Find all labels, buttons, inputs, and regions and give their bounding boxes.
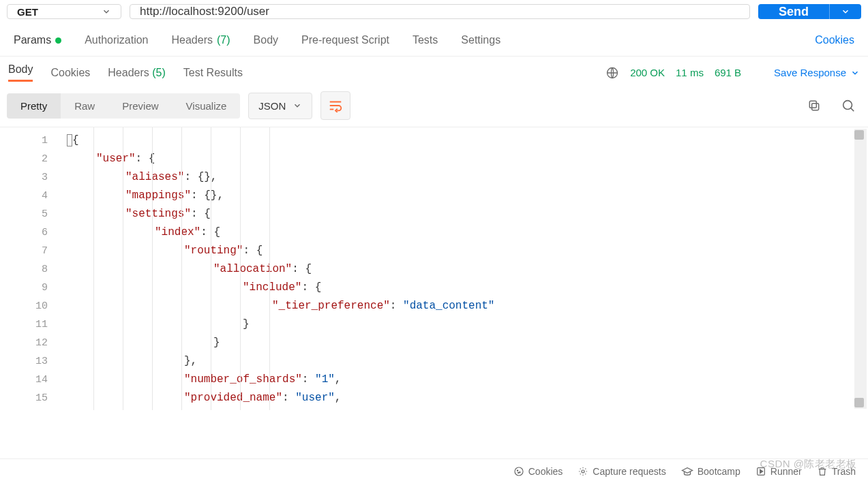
view-visualize[interactable]: Visualize — [173, 93, 241, 119]
save-response-label: Save Response — [774, 67, 846, 78]
http-method-select[interactable]: GET — [7, 4, 121, 19]
code-line: "provided_name": "user", — [63, 389, 868, 407]
resp-tab-headers[interactable]: Headers (5) — [108, 67, 166, 79]
response-time: 11 ms — [676, 67, 704, 78]
wrap-lines-button[interactable] — [320, 91, 350, 120]
view-pretty[interactable]: Pretty — [7, 93, 61, 119]
code-line: { — [63, 131, 868, 150]
code-line: "user": { — [63, 150, 868, 168]
tab-headers[interactable]: Headers (7) — [172, 34, 230, 46]
resp-headers-count: (5) — [152, 67, 166, 78]
params-active-dot-icon — [55, 37, 61, 44]
tab-tests[interactable]: Tests — [413, 34, 438, 46]
scrollbar-thumb-top[interactable] — [854, 130, 864, 140]
chevron-down-icon — [850, 68, 860, 78]
view-preview[interactable]: Preview — [108, 93, 172, 119]
code-line: } — [63, 315, 868, 334]
response-size: 691 B — [715, 67, 741, 78]
language-select[interactable]: JSON — [248, 93, 312, 119]
tab-pre-request[interactable]: Pre-request Script — [301, 34, 389, 46]
code-line: "_tier_preference": "data_content" — [63, 297, 868, 315]
resp-tab-body[interactable]: Body — [8, 63, 33, 82]
chevron-down-icon — [841, 7, 850, 16]
copy-icon[interactable] — [801, 93, 827, 119]
tab-settings[interactable]: Settings — [461, 34, 500, 46]
svg-rect-2 — [809, 101, 816, 108]
status-code: 200 OK — [630, 67, 665, 78]
tab-authorization[interactable]: Authorization — [85, 34, 148, 46]
chevron-down-icon — [293, 101, 302, 110]
code-line: "allocation": { — [63, 260, 868, 279]
tab-label: Headers — [172, 34, 213, 46]
save-response-button[interactable]: Save Response — [774, 67, 860, 78]
code-line: "index": { — [63, 223, 868, 242]
code-line: "aliases": {}, — [63, 168, 868, 187]
scrollbar-thumb-bottom[interactable] — [854, 398, 864, 407]
scrollbar-track[interactable] — [854, 129, 867, 409]
code-line: "include": { — [63, 279, 868, 297]
chevron-down-icon — [102, 7, 111, 16]
response-body-viewer[interactable]: 123456789101112131415 {"user": {"aliases… — [0, 127, 868, 410]
code-line: }, — [63, 352, 868, 371]
code-line: } — [63, 334, 868, 352]
code-line: "mappings": {}, — [63, 187, 868, 205]
send-button[interactable]: Send — [758, 4, 829, 19]
tab-label: Headers — [108, 67, 149, 78]
globe-icon[interactable] — [605, 66, 619, 80]
tab-label: Params — [14, 34, 51, 46]
svg-rect-1 — [812, 104, 819, 110]
cookies-link[interactable]: Cookies — [815, 34, 854, 46]
http-method-value: GET — [17, 6, 38, 18]
url-field-wrap[interactable] — [130, 4, 750, 19]
language-value: JSON — [258, 100, 286, 112]
tab-params[interactable]: Params — [14, 34, 61, 46]
view-mode-segment: Pretty Raw Preview Visualize — [7, 93, 240, 119]
resp-tab-cookies[interactable]: Cookies — [50, 67, 90, 79]
headers-count: (7) — [217, 34, 230, 46]
resp-tab-test-results[interactable]: Test Results — [183, 67, 243, 79]
svg-line-4 — [851, 108, 854, 112]
svg-point-3 — [843, 101, 852, 110]
send-dropdown-button[interactable] — [829, 4, 861, 19]
view-raw[interactable]: Raw — [61, 93, 108, 119]
url-input[interactable] — [140, 5, 740, 18]
tab-body[interactable]: Body — [254, 34, 278, 46]
search-icon[interactable] — [835, 93, 861, 119]
code-line: "routing": { — [63, 242, 868, 260]
code-line: "number_of_shards": "1", — [63, 371, 868, 389]
code-line: "settings": { — [63, 205, 868, 223]
